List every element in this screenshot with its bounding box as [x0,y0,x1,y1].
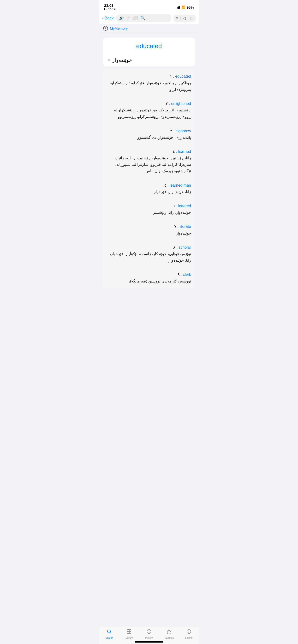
bookmark-icon[interactable]: ☆ [127,16,130,20]
back-chevron-icon: ‹ [102,16,104,20]
battery-indicator: 98% [187,5,194,9]
def-text: نووسەر، کارمەندی نووسین (فەرمانگە)، [129,279,191,283]
status-bar: 23:03 Fri 11/19 📶 98% [99,0,199,12]
back-button[interactable]: ‹ Back [102,16,114,20]
def-keyword: literate . [177,224,191,228]
def-text: ڕۆشنبیر، زانا، چاوکراوە، خوێندەوار، ڕۆشن… [114,108,191,118]
def-keyword: clerk . [181,272,191,276]
signal-icon [176,6,180,8]
sound-icon[interactable]: 🔊 [119,16,124,20]
def-number: ٦ [173,204,175,208]
definition-item: learned man . ٥ زانا، خوێندەوار، فێرخواز [107,182,191,199]
word-translation: خوێندەوار [103,54,195,66]
toolbar-nav-controls: ≡ | ◁ | ▷ [174,14,196,22]
site-bar: i MyMemory [99,24,199,33]
def-text: توێژەر، قوتابی، خوێندکار، زانست، لێکۆڵیا… [110,252,191,262]
def-text: زانا، ڕۆشنبیر، خوێندەوار، ڕۆشنبیر، زانا … [114,156,191,173]
def-number: ٩ [178,272,180,276]
definition-item: educated . ١ روناکبیر، روناکبیر، خوێندەو… [107,73,191,96]
menu-icon[interactable]: ≡ [176,16,178,20]
def-text: خوێندەوار [176,231,191,235]
def-number: ٣ [170,129,172,133]
def-text: خوێندەوار، زانا، ڕۆشنبیر [153,210,191,214]
site-logo-icon: i [103,26,108,31]
definition-item: lettered . ٦ خوێندەوار، زانا، ڕۆشنبیر [107,203,191,220]
status-right: 📶 98% [176,5,194,9]
def-keyword: learned man . [168,183,191,187]
def-text: زانا، خوێندەوار، فێرخواز [154,190,191,194]
def-number: ٢ [166,102,168,106]
def-text: پایەبەرزی، خوێندەوار، تێ گەیشتوو [137,135,191,140]
nav-back-icon[interactable]: ◁ [183,16,186,20]
def-keyword: educated . [173,74,191,78]
def-text: روناکبیر، روناکبیر، خوێندەوار، فێرکراو، … [110,81,191,92]
display-icon[interactable]: ⬜ [133,16,138,20]
def-keyword: lettered . [176,204,191,208]
browser-toolbar: ‹ Back 🔊 ☆ ⬜ 🔍 ≡ | ◁ | ▷ [99,12,199,24]
definition-item: literate . ٧ خوێندەوار [107,223,191,240]
def-keyword: enlightened . [169,102,191,106]
def-number: ٧ [174,224,176,228]
find-icon[interactable]: 🔍 [140,16,145,20]
site-name[interactable]: MyMemory [110,26,128,30]
translation-text: خوێندەوار [112,57,132,63]
definition-item: learned . ٤ زانا، ڕۆشنبیر، خوێندەوار، ڕۆ… [107,148,191,178]
word-card: educated خوێندەوار [103,38,195,66]
def-keyword: scholar . [177,245,191,250]
definitions-card: educated . ١ روناکبیر، روناکبیر، خوێندەو… [103,69,195,288]
definition-item: clerk . ٩ نووسەر، کارمەندی نووسین (فەرما… [107,271,191,284]
toolbar-center-controls: 🔊 ☆ ⬜ 🔍 [116,14,171,22]
definition-item: highbrow . ٣ پایەبەرزی، خوێندەوار، تێ گە… [107,128,191,144]
def-number: ١ [170,74,172,78]
nav-forward-icon[interactable]: ▷ [191,16,193,20]
word-title: educated [103,38,195,54]
wifi-icon: 📶 [181,6,185,9]
def-number: ٨ [173,245,175,250]
definition-item: enlightened . ٢ ڕۆشنبیر، زانا، چاوکراوە،… [107,100,191,124]
def-keyword: learned . [176,150,191,154]
def-number: ٥ [164,183,167,187]
dot-indicator [108,59,110,61]
status-time: 23:03 Fri 11/19 [104,3,115,11]
definition-item: scholar . ٨ توێژەر، قوتابی، خوێندکار، زا… [107,244,191,268]
def-keyword: highbrow . [173,129,191,133]
back-label: Back [105,16,114,20]
def-number: ٤ [173,150,175,154]
main-content: educated خوێندەوار educated . ١ روناکبیر… [99,33,199,317]
